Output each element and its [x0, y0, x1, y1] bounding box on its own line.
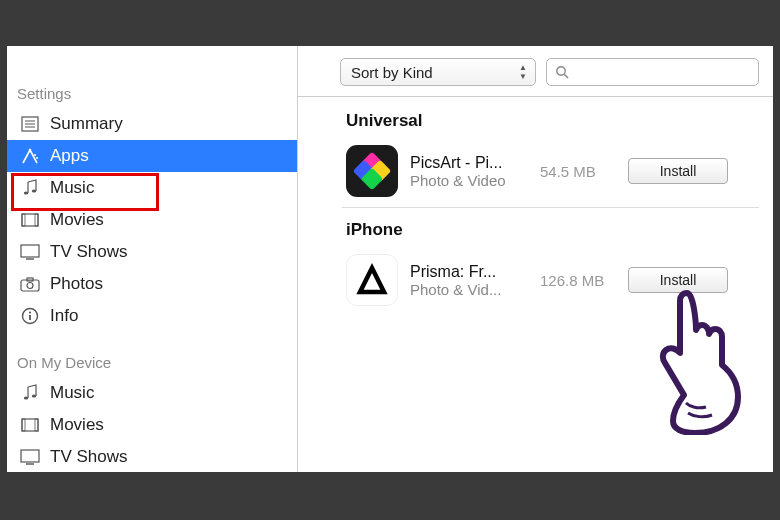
app-row[interactable]: Prisma: Fr... Photo & Vid... 126.8 MB In…: [342, 248, 759, 312]
app-name: PicsArt - Pi...: [410, 154, 528, 172]
search-icon: [555, 65, 569, 79]
music-icon: [19, 179, 40, 197]
sidebar-item-summary[interactable]: Summary: [7, 108, 297, 140]
sidebar-item-movies[interactable]: Movies: [7, 204, 297, 236]
sidebar-item-label: TV Shows: [50, 242, 127, 262]
install-button[interactable]: Install: [628, 267, 728, 293]
app-category: Photo & Video: [410, 172, 528, 189]
install-button[interactable]: Install: [628, 158, 728, 184]
svg-rect-12: [21, 245, 39, 257]
sidebar-item-label: Info: [50, 306, 78, 326]
sidebar-item-label: TV Shows: [50, 447, 127, 467]
svg-line-28: [564, 74, 568, 78]
sidebar: Settings Summary Apps Music Movies: [7, 46, 298, 472]
svg-point-16: [27, 282, 33, 288]
svg-point-20: [23, 396, 27, 399]
app-category: Photo & Vid...: [410, 281, 528, 298]
section-header-universal: Universal: [342, 105, 759, 139]
divider: [342, 207, 759, 208]
movies-icon: [19, 416, 40, 434]
svg-point-5: [34, 154, 36, 156]
svg-rect-9: [22, 214, 38, 226]
app-size: 126.8 MB: [540, 272, 616, 289]
app-name: Prisma: Fr...: [410, 263, 528, 281]
sidebar-group-onmydevice: On My Device: [7, 348, 297, 377]
svg-point-21: [31, 394, 35, 397]
tv-icon: [19, 448, 40, 466]
app-text-block: Prisma: Fr... Photo & Vid...: [410, 263, 528, 298]
sidebar-item-label: Movies: [50, 415, 104, 435]
search-field[interactable]: [546, 58, 759, 86]
apps-list: Universal PicsArt - Pi... Photo & Video …: [298, 96, 773, 472]
svg-point-6: [36, 157, 38, 159]
sort-by-select[interactable]: Sort by Kind ▲▼: [340, 58, 536, 86]
svg-point-18: [28, 311, 30, 313]
sidebar-item-label: Movies: [50, 210, 104, 230]
sidebar-item-tvshows[interactable]: TV Shows: [7, 236, 297, 268]
apps-toolbar: Sort by Kind ▲▼: [298, 46, 773, 96]
app-text-block: PicsArt - Pi... Photo & Video: [410, 154, 528, 189]
sidebar-group-settings: Settings: [7, 79, 297, 108]
svg-point-27: [557, 67, 565, 75]
updown-arrows-icon: ▲▼: [519, 63, 527, 81]
sidebar-item-device-tvshows[interactable]: TV Shows: [7, 441, 297, 473]
sidebar-item-apps[interactable]: Apps: [7, 140, 297, 172]
main-pane: Sort by Kind ▲▼ Universal: [298, 46, 773, 472]
info-icon: [19, 307, 40, 325]
svg-rect-22: [22, 419, 38, 431]
sidebar-item-label: Music: [50, 178, 94, 198]
svg-point-4: [28, 149, 31, 152]
sidebar-item-info[interactable]: Info: [7, 300, 297, 332]
sidebar-item-device-movies[interactable]: Movies: [7, 409, 297, 441]
sidebar-item-label: Summary: [50, 114, 123, 134]
sidebar-item-photos[interactable]: Photos: [7, 268, 297, 300]
svg-rect-19: [29, 315, 31, 320]
app-icon-prisma: [346, 254, 398, 306]
tv-icon: [19, 243, 40, 261]
svg-rect-25: [21, 450, 39, 462]
app-row[interactable]: PicsArt - Pi... Photo & Video 54.5 MB In…: [342, 139, 759, 203]
sidebar-item-label: Apps: [50, 146, 89, 166]
itunes-device-window: Settings Summary Apps Music Movies: [7, 46, 773, 472]
photos-icon: [19, 275, 40, 293]
apps-icon: [19, 147, 40, 165]
svg-point-7: [23, 191, 27, 194]
sort-by-label: Sort by Kind: [351, 64, 433, 81]
app-icon-picsart: [346, 145, 398, 197]
app-size: 54.5 MB: [540, 163, 616, 180]
search-input[interactable]: [575, 64, 750, 80]
sidebar-item-label: Music: [50, 383, 94, 403]
summary-icon: [19, 115, 40, 133]
svg-rect-14: [21, 280, 39, 291]
sidebar-item-device-music[interactable]: Music: [7, 377, 297, 409]
svg-point-8: [31, 189, 35, 192]
section-header-iphone: iPhone: [342, 214, 759, 248]
music-icon: [19, 384, 40, 402]
sidebar-item-music[interactable]: Music: [7, 172, 297, 204]
movies-icon: [19, 211, 40, 229]
sidebar-item-label: Photos: [50, 274, 103, 294]
